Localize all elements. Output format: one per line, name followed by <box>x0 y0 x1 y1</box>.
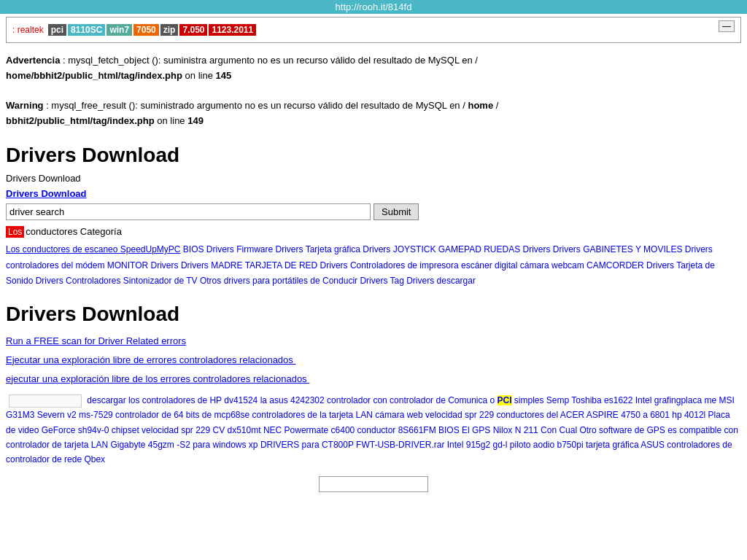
submit-button[interactable]: Submit <box>374 203 419 220</box>
warning-line-label: on line <box>155 115 188 126</box>
cat-link-descargar[interactable]: Drivers descargar <box>406 276 476 286</box>
cat-link-otros[interactable]: Otros drivers para portátiles de Conduci… <box>200 276 357 286</box>
tag-zip[interactable]: zip <box>160 24 179 36</box>
content-links: descargar los controladores de HP dv4152… <box>0 392 747 470</box>
cat-link-joystick[interactable]: JOYSTICK GAMEPAD RUEDAS Drivers <box>393 244 551 254</box>
warning-block: Advertencia : mysql_fetch_object (): sum… <box>0 46 747 136</box>
cat-link-impresora[interactable]: Controladores de impresora escáner digit… <box>350 260 674 271</box>
cat-link-monitor[interactable]: MONITOR Drivers <box>107 260 179 271</box>
section1-subtitle: Drivers Download <box>0 170 747 187</box>
link-camara[interactable]: cámara web velocidad spr 229 conductores… <box>375 410 670 420</box>
pci-highlight: PCI <box>498 395 512 405</box>
link-hp-dv41524[interactable]: descargar los controladores de HP dv4152… <box>87 395 258 405</box>
link-asus[interactable]: la asus 4242302 controlador con controla… <box>260 395 498 405</box>
cat-link-sintonizador[interactable]: Controladores Sintonizador de TV <box>66 276 198 286</box>
search-bar: Submit <box>0 201 747 223</box>
advertencia-line-label: on line <box>182 70 216 81</box>
tag-pci[interactable]: pci <box>48 24 66 36</box>
cat-link-gabinetes[interactable]: Drivers GABINETES Y MOVILES <box>553 244 683 254</box>
related-link-ejecutar2[interactable]: ejecutar una exploración libre de los er… <box>6 370 741 389</box>
advertencia-line: 145 <box>216 70 232 81</box>
link-drivers-ct800p[interactable]: DRIVERS para CT800P FWT-USB-DRIVER.rar <box>260 440 445 450</box>
cat-link-speedupmypc[interactable]: Los conductores de escaneo SpeedUpMyPC <box>6 244 180 254</box>
tag-8110sc[interactable]: 8110SC <box>68 24 105 36</box>
link-ms7529[interactable]: ms-7529 controlador de 64 bits de mcp68s… <box>79 410 373 420</box>
url-text: http://rooh.it/814fd <box>336 1 412 12</box>
warning-home: home <box>468 100 493 111</box>
warning-line: 149 <box>187 115 204 126</box>
section2-title: Drivers Download <box>0 295 747 329</box>
tag-7050b[interactable]: 7.050 <box>179 24 207 36</box>
cat-suffix: conductores Categoría <box>26 226 122 237</box>
tag-banner: : realtek pci 8110SC win7 7050 zip 7.050… <box>6 17 741 43</box>
section1-title: Drivers Download <box>0 136 747 170</box>
cat-link-tarjeta-red[interactable]: TARJETA DE RED Drivers <box>245 260 348 271</box>
warning-path: bbhit2/public_html/tag/index.php <box>6 115 155 126</box>
tag-content: : realtek pci 8110SC win7 7050 zip 7.050… <box>12 24 256 36</box>
minimize-button[interactable]: — <box>719 20 735 32</box>
category-links: Los conductores de escaneo SpeedUpMyPC B… <box>0 241 747 295</box>
link-cv-dx510mt[interactable]: CV dx510mt NEC Powermate c6400 conductor… <box>213 425 460 435</box>
drivers-download-link[interactable]: Drivers Download <box>0 187 747 201</box>
related-links: Run a FREE scan for Driver Related error… <box>0 329 747 392</box>
tag-1123[interactable]: 1123.2011 <box>209 24 256 36</box>
tag-realtek: : realtek <box>12 25 44 35</box>
address-bar: http://rooh.it/814fd <box>0 0 747 14</box>
link-pci[interactable]: PCI <box>498 395 512 405</box>
cat-link-tag[interactable]: Drivers Tag <box>360 276 403 286</box>
link-gigabyte[interactable]: Gigabyte 45gzm -S2 para windows xp <box>110 440 258 450</box>
cat-link-drivers-madre[interactable]: Drivers MADRE <box>181 260 243 271</box>
warning-text2: / <box>493 100 498 111</box>
warning-label: Warning <box>6 100 44 111</box>
cat-link-firmware[interactable]: Firmware Drivers <box>236 244 303 254</box>
related-link-ejecutar[interactable]: Ejecutar una exploración libre de errore… <box>6 351 741 370</box>
link-intel-915g2[interactable]: Intel 915g2 gd-l piloto aodio b750pi <box>447 440 584 450</box>
cat-link-tarjeta-grafica[interactable]: Tarjeta gráfica Drivers <box>306 244 391 254</box>
category-line: Los conductores Categoría <box>0 223 747 241</box>
small-input-container: descargar los controladores de HP dv4152… <box>6 395 738 465</box>
related-link-free-scan[interactable]: Run a FREE scan for Driver Related error… <box>6 332 741 351</box>
cat-los: Los <box>6 226 24 238</box>
small-input-box[interactable] <box>9 394 82 408</box>
tag-win7[interactable]: win7 <box>107 24 132 36</box>
search-input[interactable] <box>6 203 371 220</box>
warning-text: : mysql_free_result (): suministrado arg… <box>44 100 465 111</box>
advertencia-text: : mysql_fetch_object (): suministra argu… <box>60 55 478 66</box>
cat-link-bios[interactable]: BIOS Drivers <box>183 244 234 254</box>
advertencia-path: home/bbhit2/public_html/tag/index.php <box>6 70 182 81</box>
bottom-input-box[interactable] <box>319 476 428 492</box>
advertencia-label: Advertencia <box>6 55 60 66</box>
tag-7050[interactable]: 7050 <box>133 24 159 36</box>
